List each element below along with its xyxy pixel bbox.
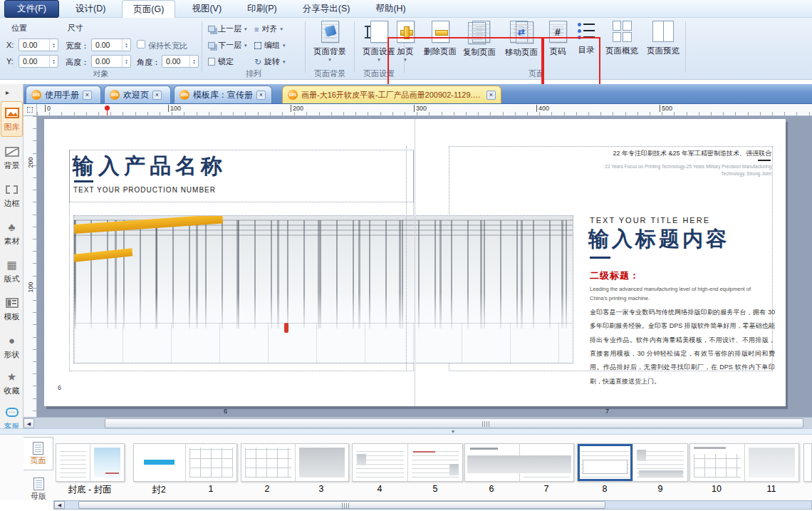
y-input[interactable]: 0.00 ▴▾ — [19, 55, 58, 68]
thumbnail-page-8-selected[interactable] — [578, 444, 633, 481]
scrollbar-thumb[interactable] — [78, 501, 605, 509]
height-input[interactable]: 0.00 ▴▾ — [91, 55, 131, 68]
production-number-subtitle[interactable]: TEXT YOUR PRODUCTION NUMBER — [73, 186, 216, 194]
scroll-left-arrow[interactable]: ◀ — [54, 501, 65, 509]
sidebar-item-gallery[interactable]: 图库 — [1, 101, 23, 137]
tagline-english[interactable]: 22 Years Focus on Printing Technology-25… — [585, 163, 771, 178]
tool-sidebar: ▸ 图库 背景 边框 ♣ 素材 ▦ 版式 模板 ● 形状 ★ 收藏 ⋯ 客 — [0, 84, 24, 442]
panel-tab-pages[interactable]: 页面 — [24, 437, 53, 470]
thumbnail-page-front-cover[interactable] — [90, 444, 124, 481]
lock-button[interactable]: 锁定 — [208, 56, 234, 67]
page-background-button[interactable]: 页面背景 ▾ — [306, 21, 353, 63]
thumbnail-page-3[interactable] — [295, 444, 349, 481]
menu-item-help[interactable]: 帮助(H) — [366, 1, 415, 17]
menu-item-share-export[interactable]: 分享导出(S) — [293, 1, 360, 17]
page-preview-button[interactable]: 页面预览 — [644, 21, 682, 56]
spread-right-page-label: 7 — [605, 408, 609, 415]
sidebar-item-layout[interactable]: ▦ 版式 — [1, 253, 23, 289]
group-button[interactable]: 编组▾ — [254, 40, 286, 51]
thumbnail-factory-band — [467, 455, 571, 473]
secondary-heading[interactable]: 二级标题： — [590, 269, 640, 282]
sidebar-item-shape[interactable]: ● 形状 — [1, 329, 23, 364]
menu-item-view[interactable]: 视图(V) — [182, 1, 231, 17]
left-page-number: 6 — [58, 384, 61, 391]
product-name-title[interactable]: 输入产品名称 — [73, 152, 227, 181]
thumbnail-page-back-cover[interactable] — [56, 444, 90, 481]
page-spread[interactable]: 输入产品名称 TEXT YOUR PRODUCTION NUMBER 6 22 … — [44, 119, 786, 406]
factory-photo[interactable] — [73, 215, 573, 363]
menu-item-file[interactable]: 文件(F) — [4, 0, 59, 18]
angle-stepper[interactable]: ▴▾ — [189, 56, 198, 67]
body-text-english[interactable]: Leading the advanced manufacturing level… — [590, 285, 769, 304]
panel-splitter[interactable]: ▾ — [0, 428, 812, 435]
thumbnail-page-9[interactable] — [633, 444, 688, 481]
ruler-cursor-marker — [105, 105, 110, 110]
canvas-viewport[interactable]: 输入产品名称 TEXT YOUR PRODUCTION NUMBER 6 22 … — [37, 116, 812, 417]
thumbnail-page-4[interactable] — [353, 444, 407, 481]
close-icon[interactable]: × — [256, 91, 266, 100]
height-stepper[interactable]: ▴▾ — [122, 56, 130, 67]
bring-forward-button[interactable]: 上一层▾ — [208, 24, 247, 34]
title-kicker[interactable]: TEXT YOUR TITLE HERE — [590, 216, 710, 224]
dps-icon: DPS — [288, 90, 298, 100]
scrollbar-thumb[interactable] — [105, 418, 803, 428]
scrollbar-grip — [342, 503, 350, 509]
close-icon[interactable]: × — [83, 91, 92, 100]
width-label: 宽度： — [66, 41, 89, 51]
canvas-horizontal-scrollbar[interactable]: ◀ — [24, 417, 812, 428]
arrange-group-label: 排列 — [203, 68, 304, 79]
pages-icon — [33, 442, 43, 455]
x-label: X: — [6, 41, 14, 49]
sidebar-item-favorites[interactable]: ★ 收藏 — [1, 365, 23, 401]
thumbnail-page-partial[interactable] — [804, 444, 811, 481]
rotate-icon: ↻ — [254, 57, 261, 67]
thumbnail-spread-inside-cover — [133, 443, 237, 482]
menu-item-design[interactable]: 设计(D) — [66, 1, 115, 17]
position-section-label: 位置 — [11, 23, 27, 33]
width-stepper[interactable]: ▴▾ — [122, 39, 130, 51]
doc-tab-welcome[interactable]: DPS 欢迎页 × — [104, 86, 171, 103]
section-title[interactable]: 输入标题内容 — [588, 225, 729, 254]
layout-icon: ▦ — [6, 258, 16, 272]
thumbnail-page-5[interactable] — [407, 444, 463, 481]
thumbnail-page-2[interactable] — [241, 444, 295, 481]
body-text-chinese[interactable]: 金印客是一家专业数码与传统网络排版印刷的服务平台，拥有 30 多年印刷服务经验。… — [590, 306, 775, 388]
keep-aspect-ratio-checkbox[interactable] — [137, 40, 145, 48]
doc-tab-user-manual[interactable]: DPS 使用手册 × — [26, 86, 101, 103]
title-underline — [74, 180, 93, 182]
thumbnail-page-10[interactable] — [690, 444, 744, 481]
page-overview-button[interactable]: 页面概览 — [603, 21, 641, 56]
thumbnail-spread-cover — [56, 443, 125, 482]
page-overview-icon — [613, 21, 632, 42]
y-stepper[interactable]: ▴▾ — [49, 56, 58, 67]
panel-tab-master[interactable]: 母版 — [24, 473, 53, 506]
thumbnail-scrollbar[interactable]: ◀ — [53, 500, 812, 510]
menu-item-print[interactable]: 印刷(P) — [238, 1, 286, 17]
send-backward-button[interactable]: 下一层▾ — [208, 40, 247, 51]
sidebar-item-background[interactable]: 背景 — [1, 140, 23, 175]
thumbnail-page-1[interactable] — [185, 444, 237, 481]
thumbnail-page-feng2[interactable] — [134, 444, 185, 481]
expand-panel-icon[interactable]: ▸ — [6, 88, 9, 96]
thumbnail-spread-8-9 — [577, 443, 688, 482]
doc-tab-template-library[interactable]: DPS 模板库：宣传册 × — [174, 86, 272, 103]
sidebar-item-template[interactable]: 模板 — [1, 291, 23, 326]
sidebar-item-material[interactable]: ♣ 素材 — [1, 215, 23, 251]
rotate-button[interactable]: ↻旋转▾ — [254, 56, 286, 67]
close-icon[interactable]: × — [486, 91, 496, 100]
close-icon[interactable]: × — [152, 91, 162, 100]
master-page-icon — [33, 478, 44, 490]
tagline-chinese[interactable]: 22 年专注印刷技术 &25 年军工精密制造技术、强强联合 — [472, 149, 771, 158]
x-input[interactable]: 0.00 ▴▾ — [19, 38, 58, 51]
width-input[interactable]: 0.00 ▴▾ — [91, 38, 131, 51]
doc-tab-active-document[interactable]: DPS 画册-大16开软皮平装-工厂产品画册200902-1129.dpsf* … — [282, 86, 501, 103]
thumb-label: 1 — [191, 484, 231, 494]
x-stepper[interactable]: ▴▾ — [49, 39, 58, 51]
align-button[interactable]: ≡对齐▾ — [254, 24, 283, 34]
sidebar-item-border[interactable]: 边框 — [1, 177, 23, 213]
thumbnail-page-11[interactable] — [744, 444, 799, 481]
scroll-left-arrow[interactable]: ◀ — [24, 418, 34, 428]
angle-input[interactable]: 0.00 ▴▾ — [162, 55, 199, 68]
menu-bar: 文件(F) 设计(D) 页面(G) 视图(V) 印刷(P) 分享导出(S) 帮助… — [0, 0, 812, 18]
spread-left-page-label: 6 — [224, 408, 227, 415]
